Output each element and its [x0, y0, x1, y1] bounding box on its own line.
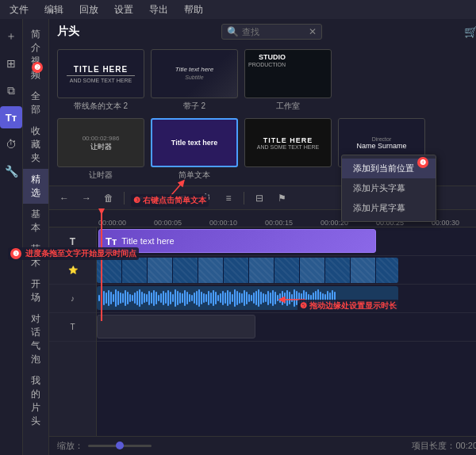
nav-all[interactable]: 全部: [23, 86, 48, 120]
timeline-area: ← → 🗑 ✂ ↩ ⧉ ⏱ ≡ ⊟ ⚑ 00:00:00 00:00:05: [49, 186, 476, 436]
menu-playback[interactable]: 回放: [76, 2, 102, 18]
badge-3-inline: ❸: [133, 196, 140, 205]
nav-my-titles[interactable]: 我的片头: [23, 370, 48, 432]
nav-basic[interactable]: 基本: [23, 204, 48, 239]
nav-panel: 简介视频 全部 收藏夹 精选 基本 艺术 开场 对话气泡 我的片头: [23, 19, 49, 455]
waveform-bar: [260, 292, 262, 304]
card-ribbon[interactable]: Title text hereSubtitle 带子 2: [151, 49, 238, 112]
sidebar-icon-crop[interactable]: ⧉: [0, 79, 22, 101]
waveform-bar: [106, 292, 107, 304]
title-cards-row1: TITLE HERE AND SOME TEXT HERE 带线条的文本 2 T…: [49, 44, 476, 117]
waveform-bar: [286, 290, 288, 306]
card-studio[interactable]: STUDIO PRODUCTION 工作室: [244, 49, 332, 112]
studio-main-text: STUDIO: [248, 53, 286, 62]
card-striped-line: [67, 75, 135, 76]
card-striped-text[interactable]: TITLE HERE AND SOME TEXT HERE 带线条的文本 2: [57, 49, 144, 112]
zoom-slider[interactable]: [88, 445, 152, 447]
zoom-label: 缩放：: [57, 440, 83, 452]
context-menu-add-credit[interactable]: 添加片尾字幕: [342, 198, 436, 218]
waveform-bar: [134, 292, 136, 304]
waveform-bar: [113, 294, 114, 302]
waveform-bar: [165, 292, 167, 304]
title-browser-header: 片头 🔍 ✕ 🛒: [49, 19, 476, 44]
track-header-sub: T: [49, 313, 96, 342]
sidebar-icon-add[interactable]: ＋: [0, 25, 22, 48]
video-track-clip[interactable]: [97, 258, 398, 283]
sidebar-icon-clock[interactable]: ⏱: [0, 133, 22, 155]
track-area: Tт Title text here: [97, 228, 476, 436]
card-timer-label: 让时器: [57, 170, 144, 181]
card-title-text[interactable]: Title text here 简单文本: [151, 118, 238, 181]
toolbar-copy-btn[interactable]: ⊟: [251, 189, 268, 207]
waveform-bar: [194, 292, 195, 304]
menu-help[interactable]: 帮助: [181, 2, 206, 18]
waveform-bar: [148, 291, 150, 305]
waveform-bar: [175, 289, 176, 307]
sidebar-icon-text[interactable]: Tт: [0, 106, 22, 128]
waveform-bar: [248, 294, 250, 302]
toolbar-back-btn[interactable]: ←: [56, 189, 73, 207]
menu-export[interactable]: 导出: [146, 2, 171, 18]
sidebar-icon-wrench[interactable]: 🔧: [0, 160, 22, 182]
subtitle-clip[interactable]: [97, 315, 255, 338]
zoom-control: 缩放：: [57, 440, 156, 452]
badge-4: ❹: [417, 157, 428, 168]
waveform-bar: [129, 294, 131, 302]
card-big-title[interactable]: TITLE HERE AND SOME TEXT HERE: [244, 118, 332, 181]
waveform-bar: [253, 292, 255, 304]
cart-icon[interactable]: 🛒: [464, 25, 476, 38]
waveform-bar: [263, 293, 264, 303]
ruler-tick-1: 00:00:05: [152, 219, 208, 227]
nav-opening[interactable]: 开场: [23, 273, 48, 308]
waveform-bar: [144, 293, 145, 303]
waveform-bar: [182, 293, 183, 303]
timer-label-inner: 让时器: [90, 142, 112, 152]
context-menu-add-title[interactable]: 添加片头字幕: [342, 178, 436, 198]
menu-settings[interactable]: 设置: [111, 2, 136, 18]
menu-file[interactable]: 文件: [6, 2, 32, 18]
browser-title: 片头: [57, 25, 79, 39]
search-box[interactable]: 🔍 ✕: [221, 24, 322, 40]
nav-featured[interactable]: 精选: [23, 169, 48, 204]
waveform-bar: [136, 291, 138, 305]
search-clear-icon[interactable]: ✕: [309, 26, 317, 37]
toolbar-forward-btn[interactable]: →: [78, 189, 95, 207]
nav-intro[interactable]: 简介视频: [23, 24, 48, 86]
sidebar-icon-grid[interactable]: ⊞: [0, 52, 22, 75]
video-thumb-3: [148, 258, 173, 283]
video-thumb-9: [300, 258, 325, 283]
waveform-bar: [251, 295, 252, 301]
toolbar-audio-btn[interactable]: ≡: [220, 189, 237, 207]
zoom-handle[interactable]: [116, 442, 124, 449]
menu-edit[interactable]: 编辑: [41, 2, 67, 18]
video-thumb-4: [173, 258, 198, 283]
waveform-bar: [139, 289, 140, 307]
waveform-bar: [98, 295, 100, 301]
card-title-text-label: 简单文本: [151, 170, 238, 181]
nav-favorites[interactable]: 收藏夹: [23, 120, 48, 169]
waveform-bar: [177, 291, 178, 305]
waveform-bar: [163, 291, 164, 305]
track-row-title: Tт Title text here: [97, 228, 476, 256]
card-striped-subtext: AND SOME TEXT HERE: [70, 78, 132, 83]
search-input[interactable]: [242, 27, 305, 36]
title-clip[interactable]: Tт Title text here: [98, 229, 376, 253]
track-header-video: ⭐: [49, 256, 96, 285]
card-ribbon-thumb: Title text hereSubtitle: [151, 49, 238, 98]
nav-dialog[interactable]: 对话气泡: [23, 308, 48, 370]
card-timer[interactable]: 00:00:02:986 让时器 让时器: [57, 118, 144, 181]
track-header-audio: ♪: [49, 285, 96, 313]
project-length: 项目长度：00:20: [412, 440, 476, 452]
main-layout: ＋ ⊞ ⧉ Tт ⏱ 🔧 简介视频 全部 收藏夹 精选 基本 艺术 开场 对话气…: [0, 19, 476, 455]
waveform-bar: [277, 295, 278, 301]
content-area: 片头 🔍 ✕ 🛒 TITLE HERE AND SOME TEXT HERE: [49, 19, 476, 455]
waveform-bar: [201, 292, 202, 304]
waveform-bar: [255, 291, 257, 305]
waveform-bar: [220, 293, 221, 303]
toolbar-flag-btn[interactable]: ⚑: [273, 189, 290, 207]
waveform-bar: [294, 289, 295, 307]
waveform-bar: [258, 289, 259, 307]
toolbar-delete-btn[interactable]: 🗑: [100, 189, 117, 207]
playhead[interactable]: [101, 210, 102, 321]
ruler-tick-2: 00:00:10: [208, 219, 263, 227]
